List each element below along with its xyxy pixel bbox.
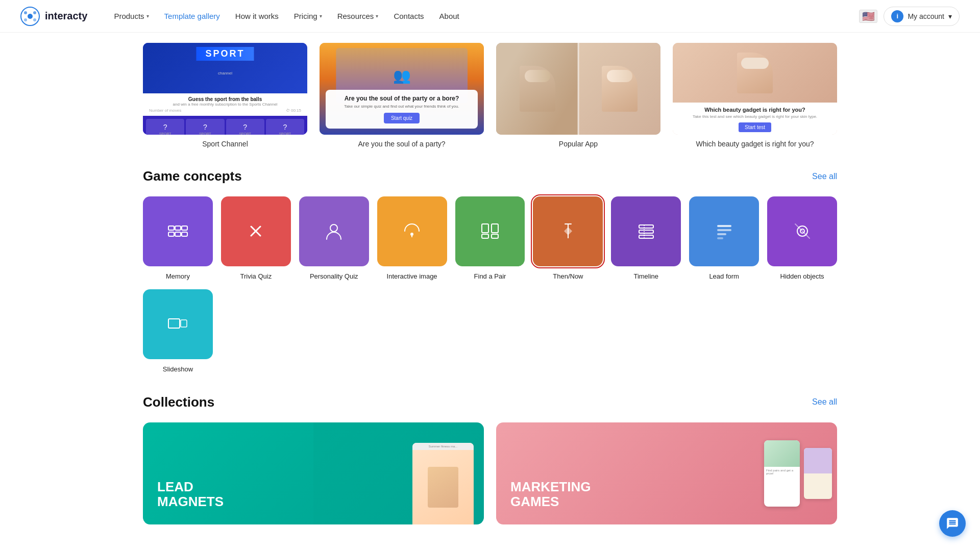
collections-header: Collections See all bbox=[143, 394, 837, 410]
svg-rect-36 bbox=[181, 320, 187, 327]
template-card-title: Sport Channel bbox=[143, 140, 307, 148]
concept-memory[interactable]: Memory bbox=[143, 196, 213, 281]
concept-trivia[interactable]: Trivia Quiz bbox=[221, 196, 291, 281]
concept-slideshow[interactable]: Slideshow bbox=[143, 289, 213, 374]
template-card-beauty[interactable]: Which beauty gadget is right for you? Ta… bbox=[673, 43, 837, 148]
logo[interactable]: interacty bbox=[20, 7, 87, 26]
concept-label-interactive: Interactive image bbox=[387, 272, 437, 281]
svg-marker-22 bbox=[564, 227, 568, 235]
concept-leadform[interactable]: Lead form bbox=[689, 196, 759, 281]
concept-label-memory: Memory bbox=[166, 272, 190, 281]
svg-point-1 bbox=[28, 14, 33, 19]
svg-rect-11 bbox=[182, 232, 187, 236]
concept-icon-timeline bbox=[611, 196, 681, 266]
collection-label-lead: LEADMAGNETS bbox=[157, 480, 224, 509]
template-card-party[interactable]: 👥 Are you the soul of the party or a bor… bbox=[320, 43, 484, 148]
concept-icon-slideshow bbox=[143, 289, 213, 359]
nav-products[interactable]: Products ▾ bbox=[108, 9, 155, 23]
game-concepts-header: Game concepts See all bbox=[143, 168, 837, 184]
collection-marketing-games[interactable]: MARKETINGGAMES Find pairs and get a priz… bbox=[496, 422, 837, 524]
svg-point-14 bbox=[330, 224, 337, 232]
template-card-popular[interactable]: Popular App bbox=[496, 43, 660, 148]
account-button[interactable]: i My account ▾ bbox=[884, 7, 960, 26]
chat-fab[interactable] bbox=[939, 510, 966, 537]
account-icon: i bbox=[891, 10, 903, 22]
svg-rect-6 bbox=[168, 226, 174, 230]
concept-icon-trivia bbox=[221, 196, 291, 266]
svg-rect-18 bbox=[492, 224, 498, 233]
collections-title: Collections bbox=[143, 394, 214, 410]
svg-rect-29 bbox=[717, 229, 731, 231]
collections-grid: LEADMAGNETS Summer fitness ma... MARKETI… bbox=[143, 422, 837, 524]
concept-label-hidden: Hidden objects bbox=[780, 272, 824, 281]
concept-label-timeline: Timeline bbox=[633, 272, 658, 281]
svg-rect-24 bbox=[639, 225, 653, 228]
concept-icon-interactive bbox=[377, 196, 447, 266]
collections-see-all[interactable]: See all bbox=[812, 397, 837, 407]
logo-text: interacty bbox=[45, 10, 87, 22]
svg-point-4 bbox=[24, 18, 27, 21]
svg-rect-31 bbox=[717, 237, 723, 239]
concept-icon-findpair bbox=[455, 196, 525, 266]
page-content: SPORT channel Guess the sport from the b… bbox=[122, 33, 857, 551]
svg-rect-10 bbox=[175, 232, 181, 236]
game-concepts-see-all[interactable]: See all bbox=[812, 172, 837, 181]
svg-rect-17 bbox=[482, 224, 488, 233]
svg-rect-8 bbox=[182, 226, 187, 230]
svg-rect-19 bbox=[482, 234, 488, 238]
svg-point-5 bbox=[33, 18, 36, 21]
svg-marker-23 bbox=[568, 227, 572, 235]
nav-how-it-works[interactable]: How it works bbox=[229, 9, 285, 23]
svg-point-2 bbox=[24, 11, 27, 14]
concept-hidden[interactable]: Hidden objects bbox=[767, 196, 837, 281]
svg-rect-7 bbox=[175, 226, 181, 230]
nav-about[interactable]: About bbox=[433, 9, 465, 23]
template-card-sport[interactable]: SPORT channel Guess the sport from the b… bbox=[143, 43, 307, 148]
concept-label-slideshow: Slideshow bbox=[163, 365, 193, 374]
concept-findpair[interactable]: Find a Pair bbox=[455, 196, 525, 281]
svg-rect-28 bbox=[717, 225, 731, 227]
template-card-title: Which beauty gadget is right for you? bbox=[673, 140, 837, 148]
chevron-down-icon: ▾ bbox=[376, 13, 378, 19]
main-nav: interacty Products ▾ Template gallery Ho… bbox=[0, 0, 980, 33]
game-concepts-title: Game concepts bbox=[143, 168, 242, 184]
sport-card-bg: SPORT channel Guess the sport from the b… bbox=[143, 43, 307, 135]
concept-thennow[interactable]: Then/Now bbox=[533, 196, 603, 281]
chevron-down-icon: ▾ bbox=[948, 12, 952, 20]
nav-resources[interactable]: Resources ▾ bbox=[331, 9, 385, 23]
template-card-title: Popular App bbox=[496, 140, 660, 148]
concept-personality[interactable]: Personality Quiz bbox=[299, 196, 369, 281]
svg-point-3 bbox=[33, 11, 36, 14]
nav-links: Products ▾ Template gallery How it works… bbox=[108, 9, 859, 23]
collection-label-marketing: MARKETINGGAMES bbox=[510, 480, 591, 509]
concept-interactive[interactable]: Interactive image bbox=[377, 196, 447, 281]
collection-lead-magnets[interactable]: LEADMAGNETS Summer fitness ma... bbox=[143, 422, 484, 524]
chat-icon bbox=[946, 517, 959, 530]
concept-label-personality: Personality Quiz bbox=[310, 272, 358, 281]
concept-timeline[interactable]: Timeline bbox=[611, 196, 681, 281]
svg-rect-30 bbox=[717, 233, 726, 235]
concept-label-findpair: Find a Pair bbox=[474, 272, 506, 281]
concept-icon-personality bbox=[299, 196, 369, 266]
svg-rect-25 bbox=[639, 230, 653, 233]
concept-label-leadform: Lead form bbox=[709, 272, 739, 281]
svg-rect-9 bbox=[168, 232, 174, 236]
svg-rect-26 bbox=[639, 235, 653, 238]
party-card-bg: 👥 Are you the soul of the party or a bor… bbox=[320, 43, 484, 135]
nav-template-gallery[interactable]: Template gallery bbox=[158, 9, 226, 23]
featured-templates-row: SPORT channel Guess the sport from the b… bbox=[143, 33, 837, 163]
concept-label-thennow: Then/Now bbox=[553, 272, 583, 281]
concept-icon-thennow bbox=[533, 196, 603, 266]
chevron-down-icon: ▾ bbox=[320, 13, 322, 19]
svg-rect-20 bbox=[492, 234, 498, 238]
language-selector[interactable]: 🇺🇸 bbox=[859, 10, 877, 23]
concept-icon-leadform bbox=[689, 196, 759, 266]
game-concepts-grid: Memory Trivia Quiz Personality Quiz Inte… bbox=[143, 196, 837, 374]
concept-label-trivia: Trivia Quiz bbox=[240, 272, 272, 281]
nav-contacts[interactable]: Contacts bbox=[387, 9, 430, 23]
nav-pricing[interactable]: Pricing ▾ bbox=[288, 9, 328, 23]
concept-icon-memory bbox=[143, 196, 213, 266]
chevron-down-icon: ▾ bbox=[146, 13, 149, 19]
concept-icon-hidden bbox=[767, 196, 837, 266]
svg-rect-35 bbox=[168, 319, 180, 328]
